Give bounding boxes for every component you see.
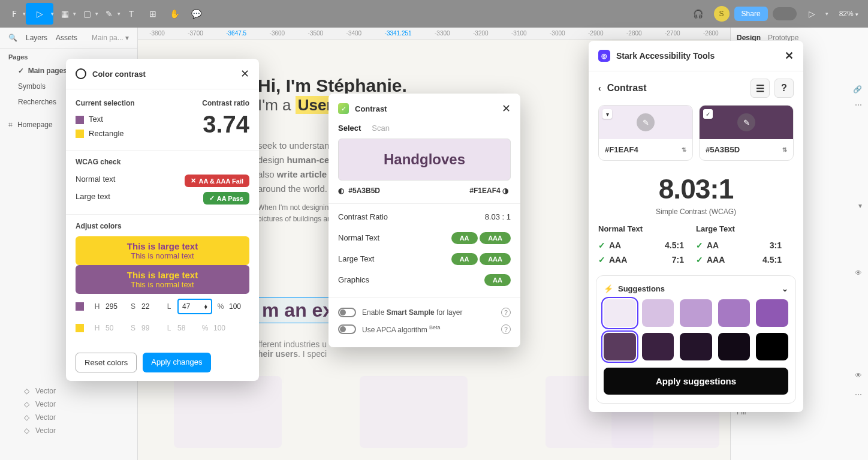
suggestions-section: ⚡ Suggestions ⌄ Apply suggestions xyxy=(596,275,796,404)
contrast-panel: ✓ Contrast ✕ Select Scan Handgloves ◐ #5… xyxy=(328,94,520,347)
shape-tool-icon[interactable]: ▢ xyxy=(76,3,98,25)
link-icon[interactable]: 🔗 xyxy=(853,85,862,94)
scan-tab[interactable]: Scan xyxy=(372,124,390,133)
illustration xyxy=(360,376,468,448)
user-avatar[interactable]: S xyxy=(714,6,730,22)
present-icon[interactable]: ▷ xyxy=(801,3,823,25)
checkbox-icon[interactable]: ▾ xyxy=(602,109,612,119)
swatch-bg xyxy=(76,130,84,138)
suggestion-swatch[interactable] xyxy=(604,299,636,327)
hand-tool-icon[interactable]: ✋ xyxy=(164,3,185,25)
background-card[interactable]: ✓ ✎ #5A3B5D⇅ xyxy=(699,105,794,161)
suggestion-swatch[interactable] xyxy=(642,299,674,327)
dev-mode-toggle[interactable] xyxy=(773,7,797,20)
search-icon[interactable]: 🔍 xyxy=(8,34,17,42)
settings-icon[interactable]: ☰ xyxy=(751,79,770,98)
lightness-input[interactable]: 47▴▾ xyxy=(177,299,212,314)
suggestion-swatch[interactable] xyxy=(680,333,712,360)
move-tool-icon[interactable]: ▷ xyxy=(26,3,53,25)
sample-preview: Handgloves xyxy=(338,139,511,181)
preview-purple: This is large text This is normal text xyxy=(76,265,249,294)
close-icon[interactable]: ✕ xyxy=(502,102,511,115)
more-icon[interactable]: ⋯ xyxy=(855,390,862,399)
hsl-row-bg: H50 S99 L58 %100 xyxy=(76,319,249,337)
pen-tool-icon[interactable]: ✎ xyxy=(98,3,120,25)
frame-tool-icon[interactable]: ▦ xyxy=(54,3,76,25)
stark-logo-icon: ◎ xyxy=(598,50,610,62)
share-button[interactable]: Share xyxy=(734,7,768,21)
reset-colors-button[interactable]: Reset colors xyxy=(76,353,137,372)
resources-icon[interactable]: ⊞ xyxy=(142,3,164,25)
app-toolbar: 𝖥 ▾ ▷ ▾ ▦ ▾ ▢ ▾ ✎ ▾ T ⊞ ✋ 💬 🎧 S Share ▷ … xyxy=(0,0,868,28)
layer-vector[interactable]: ◇Vector xyxy=(0,424,137,437)
more-icon[interactable]: ⋯ xyxy=(855,101,862,109)
smart-sample-toggle[interactable] xyxy=(338,308,356,317)
swatch-text xyxy=(76,116,84,124)
checkbox-icon[interactable]: ✓ xyxy=(703,109,713,119)
check-icon: ✓ xyxy=(598,240,605,250)
help-icon[interactable]: ? xyxy=(774,79,794,98)
contrast-plugin-logo-icon: ✓ xyxy=(338,103,349,114)
figma-menu-icon[interactable]: 𝖥 xyxy=(4,3,25,25)
check-icon: ✓ xyxy=(696,240,703,250)
eyedropper-icon[interactable]: ✎ xyxy=(637,113,655,131)
eyedropper-icon[interactable]: ✎ xyxy=(737,113,755,131)
back-icon[interactable]: ‹ xyxy=(598,83,601,93)
info-icon[interactable]: ? xyxy=(501,324,511,334)
vector-icon: ◇ xyxy=(24,426,29,435)
stark-ratio-value: 8.03:1 xyxy=(589,161,803,208)
body-text: fferent industries u heir users. I speci xyxy=(258,339,327,359)
plugin-logo-icon xyxy=(76,68,86,79)
suggestion-swatch[interactable] xyxy=(642,333,674,360)
suggestion-swatch[interactable] xyxy=(680,299,712,327)
pass-badge: ✓ AA Pass xyxy=(203,192,249,205)
vector-icon: ◇ xyxy=(24,400,29,408)
preview-yellow: This is large text This is normal text xyxy=(76,236,249,265)
layer-vector[interactable]: ◇Vector xyxy=(0,398,137,411)
select-tab[interactable]: Select xyxy=(338,124,361,133)
audio-icon[interactable]: 🎧 xyxy=(688,3,709,25)
frame-icon: ⌗ xyxy=(8,121,13,129)
vector-icon: ◇ xyxy=(24,413,29,422)
suggestion-swatch[interactable] xyxy=(718,333,751,360)
eyedropper-icon[interactable]: ◑ xyxy=(502,187,511,195)
layer-vector[interactable]: ◇Vector xyxy=(0,411,137,424)
page-selector[interactable]: Main pa... ▾ xyxy=(92,34,129,42)
bolt-icon: ⚡ xyxy=(604,284,613,293)
visibility-icon[interactable]: 👁 xyxy=(855,269,862,277)
eye-icon[interactable]: 👁 xyxy=(855,371,862,380)
layers-tab[interactable]: Layers xyxy=(26,34,47,42)
eyedropper-icon[interactable]: ◐ xyxy=(338,187,346,195)
illustration xyxy=(174,376,282,448)
check-icon: ✓ xyxy=(598,255,605,264)
color-contrast-panel: Color contrast ✕ Current selection Contr… xyxy=(66,59,259,381)
apca-toggle[interactable] xyxy=(338,324,356,334)
contrast-ratio-value: 3.74 xyxy=(203,112,249,136)
suggestion-swatch[interactable] xyxy=(756,299,788,327)
text-tool-icon[interactable]: T xyxy=(120,3,142,25)
stark-panel: ◎ Stark Accessibility Tools ✕ ‹ Contrast… xyxy=(589,41,803,412)
caret-icon[interactable]: ⇅ xyxy=(682,146,686,153)
comment-tool-icon[interactable]: 💬 xyxy=(185,3,207,25)
close-icon[interactable]: ✕ xyxy=(785,49,794,62)
caret-icon[interactable]: ⇅ xyxy=(782,146,787,153)
foreground-card[interactable]: ▾ ✎ #F1EAF4⇅ xyxy=(598,105,693,161)
suggestion-swatch[interactable] xyxy=(604,333,636,360)
suggestion-swatch[interactable] xyxy=(756,333,788,360)
suggestion-swatch[interactable] xyxy=(718,299,751,327)
close-icon[interactable]: ✕ xyxy=(240,67,249,80)
hsl-row-fg: H295 S22 L 47▴▾ %100 xyxy=(76,294,249,319)
apply-changes-button[interactable]: Apply changes xyxy=(143,353,210,372)
chevron-down-icon[interactable]: ⌄ xyxy=(782,284,788,293)
fail-badge: ✕ AA & AAA Fail xyxy=(185,175,249,187)
info-icon[interactable]: ? xyxy=(501,308,511,317)
assets-tab[interactable]: Assets xyxy=(56,34,77,42)
zoom-level[interactable]: 82% ▾ xyxy=(833,10,864,18)
layer-vector[interactable]: ◇Vector xyxy=(0,384,137,398)
apply-suggestions-button[interactable]: Apply suggestions xyxy=(604,368,788,395)
horizontal-ruler: -3800-3700 -3647.5-3600 -3500-3400 -3341… xyxy=(138,28,730,40)
check-icon: ✓ xyxy=(696,255,703,264)
vector-icon: ◇ xyxy=(24,387,29,395)
